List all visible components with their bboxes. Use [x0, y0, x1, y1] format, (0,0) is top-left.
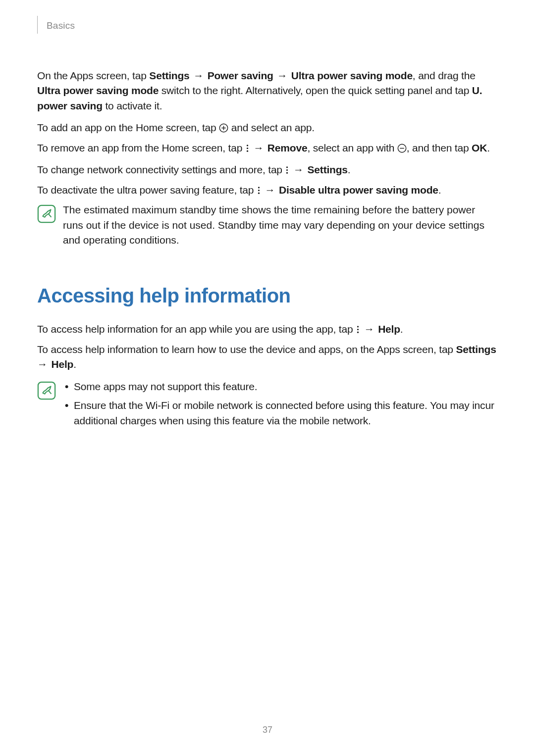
page-number: 37: [0, 723, 535, 736]
svg-point-3: [247, 145, 248, 146]
paragraph-enable-ups: On the Apps screen, tap Settings → Power…: [37, 68, 498, 113]
breadcrumb: Basics: [47, 19, 75, 33]
svg-line-15: [49, 214, 52, 217]
note-list-item: Some apps may not support this feature.: [63, 379, 498, 394]
page-content: On the Apps screen, tap Settings → Power…: [37, 68, 498, 432]
paragraph-deactivate-ups: To deactivate the ultra power saving fea…: [37, 183, 498, 198]
svg-line-20: [49, 391, 52, 394]
more-options-icon: [356, 325, 360, 334]
svg-point-11: [258, 187, 260, 188]
svg-point-5: [247, 150, 248, 151]
plus-circle-icon: [219, 123, 228, 133]
svg-point-4: [247, 148, 248, 149]
note-text: The estimated maximum standby time shows…: [63, 202, 498, 248]
note-list-item: Ensure that the Wi-Fi or mobile network …: [63, 398, 498, 428]
svg-point-10: [286, 172, 288, 174]
paragraph-add-app: To add an app on the Home screen, tap an…: [37, 120, 498, 135]
note-icon: [37, 204, 56, 223]
paragraph-remove-app: To remove an app from the Home screen, t…: [37, 141, 498, 155]
more-options-icon: [257, 186, 261, 195]
svg-rect-19: [38, 382, 55, 399]
svg-rect-14: [38, 205, 55, 222]
svg-point-18: [357, 332, 359, 333]
svg-point-16: [357, 326, 359, 328]
svg-point-13: [258, 192, 260, 194]
paragraph-help-app: To access help information for an app wh…: [37, 322, 498, 337]
svg-point-12: [258, 190, 260, 191]
note-list: Some apps may not support this feature. …: [63, 379, 498, 428]
more-options-icon: [245, 144, 250, 153]
note-icon: [37, 381, 56, 400]
minus-circle-icon: [397, 144, 407, 153]
svg-point-8: [286, 166, 288, 168]
section-title-help: Accessing help information: [37, 281, 498, 310]
note-help-caveats: Some apps may not support this feature. …: [37, 379, 498, 432]
svg-point-17: [357, 329, 359, 330]
page-header: Basics: [37, 19, 498, 34]
paragraph-help-device: To access help information to learn how …: [37, 342, 498, 372]
note-standby-time: The estimated maximum standby time shows…: [37, 202, 498, 248]
header-divider: [37, 16, 38, 34]
svg-point-9: [286, 169, 288, 171]
paragraph-network-settings: To change network connectivity settings …: [37, 162, 498, 177]
